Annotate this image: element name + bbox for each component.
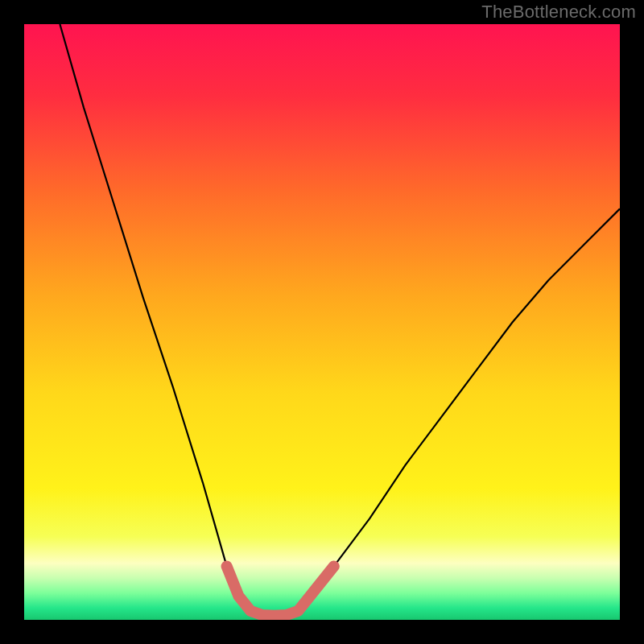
watermark-text: TheBottleneck.com (481, 2, 636, 23)
plot-area (24, 24, 620, 620)
chart-frame: TheBottleneck.com (0, 0, 644, 644)
bottleneck-curve (24, 24, 620, 620)
